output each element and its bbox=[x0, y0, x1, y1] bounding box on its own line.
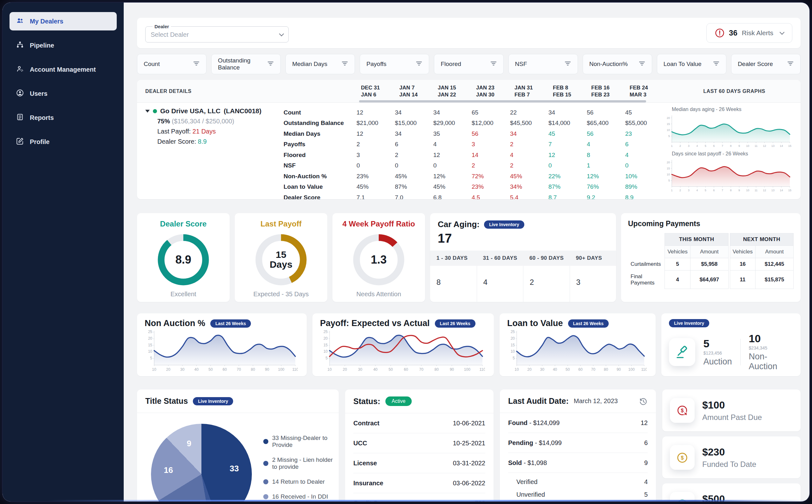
metric-cell: $15,000 bbox=[395, 120, 433, 127]
filter-chip-dealer-score[interactable]: Dealer Score bbox=[731, 54, 801, 74]
filter-icon bbox=[267, 61, 274, 68]
pie-slice-value: 14 bbox=[183, 500, 192, 501]
metric-cell: 34 bbox=[433, 109, 472, 116]
week-to: FEB 23 bbox=[591, 91, 630, 98]
metric-cell: 5.4 bbox=[510, 194, 548, 199]
status-row-label: UCC bbox=[353, 440, 367, 447]
filter-chip-label: Non-Auction% bbox=[589, 61, 628, 68]
dollar-x-icon: $ bbox=[670, 398, 695, 423]
metric-cell: 0 bbox=[548, 162, 587, 169]
audit-subrow-label: Verified bbox=[516, 478, 538, 486]
filter-chip-floored[interactable]: Floored bbox=[434, 54, 503, 74]
filter-chip-count[interactable]: Count bbox=[137, 54, 206, 74]
filter-icon bbox=[416, 61, 422, 68]
metric-cell: 2 bbox=[357, 141, 395, 148]
metric-cell: $12,000 bbox=[472, 120, 510, 127]
money-card-value: $100 bbox=[702, 399, 762, 411]
audit-row-label: Pending - $14,099 bbox=[508, 439, 562, 447]
table-horizontal-scrollbar[interactable] bbox=[359, 100, 646, 102]
audit-subrow-label: Unverified bbox=[516, 491, 545, 498]
metric-cell: 4 bbox=[510, 152, 548, 159]
sidebar-item-label: Pipeline bbox=[30, 42, 54, 49]
metric-label-payoffs: Payoffs bbox=[284, 141, 357, 148]
dealer-select[interactable]: Dealer Select Dealer bbox=[145, 24, 289, 43]
filter-chip-non-auction[interactable]: Non-Auction% bbox=[583, 54, 652, 74]
mini-chart-median-days-aging-26-weeks: 5101520123456789101112131415 bbox=[664, 113, 792, 148]
risk-alerts-button[interactable]: 36 Risk Alerts bbox=[706, 23, 792, 43]
metric-cell: 6 bbox=[625, 141, 664, 148]
sidebar-item-users[interactable]: Users bbox=[10, 84, 117, 103]
filter-chip-nsf[interactable]: NSF bbox=[508, 54, 578, 74]
week-from: JAN 31 bbox=[514, 84, 553, 91]
status-row-label: License bbox=[353, 460, 377, 467]
filter-chip-loan-to-value[interactable]: Loan To Value bbox=[657, 54, 726, 74]
svg-text:50: 50 bbox=[566, 367, 570, 372]
sidebar-item-reports[interactable]: Reports bbox=[10, 108, 117, 127]
week-from: JAN 23 bbox=[476, 84, 514, 91]
svg-text:60: 60 bbox=[223, 367, 227, 372]
metric-cell: 4 bbox=[433, 141, 472, 148]
live-inventory-badge: Live Inventory bbox=[669, 319, 709, 327]
svg-text:2: 2 bbox=[679, 189, 681, 192]
non-auction-amount: $234,345 bbox=[749, 345, 793, 350]
gauge-title: Last Payoff bbox=[260, 219, 301, 228]
svg-text:13: 13 bbox=[771, 189, 775, 192]
legend-item: 2 Missing - Lien holder to provide bbox=[263, 456, 336, 470]
app-frame: My DealersPipelineAccount ManagementUser… bbox=[3, 3, 809, 501]
auction-stat: 5 $123,456 Auction bbox=[704, 337, 732, 367]
bottom-row: Title Status Live Inventory 33214169 33 … bbox=[137, 389, 801, 501]
dollar-check-icon: $ bbox=[670, 492, 695, 501]
aging-bucket-label: 90+ DAYS bbox=[570, 255, 616, 261]
aging-bucket-value: 4 bbox=[477, 266, 523, 302]
expand-caret-icon[interactable] bbox=[145, 110, 150, 113]
filter-chip-outstanding-balance[interactable]: Outstanding Balance bbox=[211, 54, 281, 74]
week-column-header: JAN 7JAN 14 bbox=[399, 84, 438, 98]
svg-text:90: 90 bbox=[617, 367, 621, 372]
metric-cell: 7 bbox=[548, 141, 587, 148]
filter-icon bbox=[787, 61, 794, 68]
gauge-subtitle: Excellent bbox=[170, 291, 196, 298]
metric-cell: 72% bbox=[472, 173, 510, 180]
aging-bucket-value: 8 bbox=[430, 266, 477, 302]
history-icon[interactable] bbox=[639, 397, 648, 407]
status-row-value: 10-06-2021 bbox=[453, 420, 485, 427]
filter-icon bbox=[564, 61, 571, 68]
svg-text:12: 12 bbox=[763, 189, 766, 192]
metric-cell: 12 bbox=[433, 152, 472, 159]
sidebar-item-profile[interactable]: Profile bbox=[10, 133, 117, 151]
sidebar-item-account-management[interactable]: Account Management bbox=[10, 60, 117, 79]
sidebar-item-my-dealers[interactable]: My Dealers bbox=[10, 12, 117, 30]
metric-cell: 22 bbox=[510, 109, 548, 116]
filter-chip-median-days[interactable]: Median Days bbox=[285, 54, 355, 74]
sidebar-item-pipeline[interactable]: Pipeline bbox=[10, 36, 117, 55]
week-column-header: JAN 31FEB 7 bbox=[514, 84, 553, 98]
car-aging-card: Car Aging: Live Inventory 17 1 - 30 DAYS… bbox=[430, 213, 616, 302]
svg-text:10: 10 bbox=[511, 349, 515, 354]
svg-text:10: 10 bbox=[152, 367, 156, 372]
svg-text:10: 10 bbox=[148, 349, 153, 354]
week-column-header: FEB 8FEB 15 bbox=[553, 84, 591, 98]
metric-cell: 45 bbox=[625, 109, 664, 116]
legend-item: 14 Return to Dealer bbox=[263, 478, 336, 485]
sidebar: My DealersPipelineAccount ManagementUser… bbox=[3, 3, 124, 501]
pie-legend: 33 Missing-Dealer to Provide2 Missing - … bbox=[263, 435, 336, 501]
loan-to-value-chart: 510152025102030405060708090100110 bbox=[507, 328, 647, 373]
metric-cell: 4.5 bbox=[472, 194, 510, 199]
svg-text:10: 10 bbox=[324, 349, 328, 354]
metric-cell: $21,000 bbox=[357, 120, 395, 127]
filter-chip-payoffs[interactable]: Payoffs bbox=[360, 54, 429, 74]
week-from: JAN 7 bbox=[399, 84, 438, 91]
svg-text:5: 5 bbox=[325, 356, 328, 360]
title-status-pie-chart: 33214169 bbox=[151, 424, 252, 501]
svg-text:5: 5 bbox=[668, 134, 670, 138]
title-status-title: Title Status bbox=[145, 396, 188, 406]
svg-text:110: 110 bbox=[292, 367, 298, 372]
svg-text:30: 30 bbox=[540, 367, 545, 372]
money-card-label: Amount Past Due bbox=[702, 413, 762, 422]
audit-row-pending: Pending - $14,0996 bbox=[508, 433, 648, 453]
svg-text:15: 15 bbox=[511, 343, 515, 347]
money-card-text: $100Amount Past Due bbox=[702, 399, 762, 422]
svg-text:9: 9 bbox=[738, 144, 740, 147]
svg-text:100: 100 bbox=[464, 367, 470, 372]
filter-icon bbox=[341, 61, 348, 68]
